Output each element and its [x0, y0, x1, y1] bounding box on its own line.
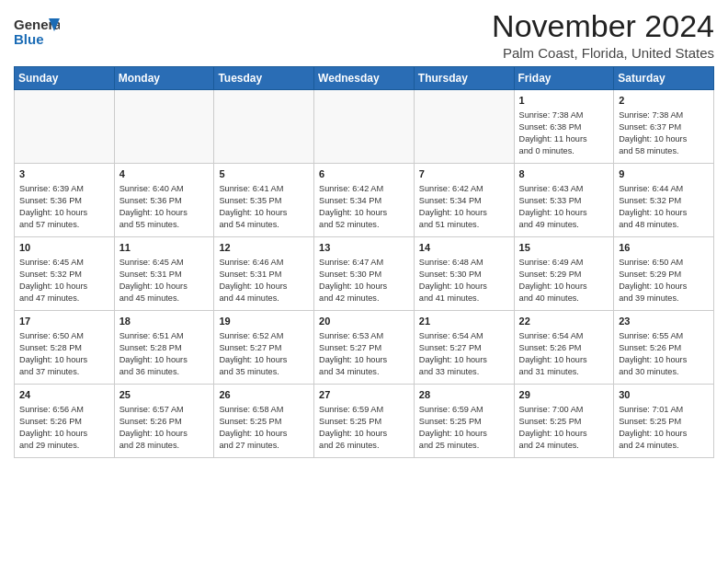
day-number: 24 — [19, 388, 109, 402]
day-info: Sunrise: 6:41 AM Sunset: 5:35 PM Dayligh… — [219, 183, 309, 231]
calendar-cell: 16Sunrise: 6:50 AM Sunset: 5:29 PM Dayli… — [614, 237, 714, 311]
day-number: 18 — [119, 315, 210, 328]
weekday-header-saturday: Saturday — [614, 67, 714, 90]
calendar-cell: 27Sunrise: 6:59 AM Sunset: 5:25 PM Dayli… — [314, 385, 415, 458]
day-info: Sunrise: 6:44 AM Sunset: 5:32 PM Dayligh… — [619, 183, 709, 231]
calendar-cell: 11Sunrise: 6:45 AM Sunset: 5:31 PM Dayli… — [114, 237, 214, 311]
day-number: 6 — [319, 167, 409, 181]
day-number: 3 — [19, 167, 109, 181]
calendar-cell: 23Sunrise: 6:55 AM Sunset: 5:26 PM Dayli… — [614, 311, 714, 385]
calendar-cell — [15, 90, 115, 164]
calendar-week-1: 3Sunrise: 6:39 AM Sunset: 5:36 PM Daylig… — [15, 164, 714, 237]
day-info: Sunrise: 6:55 AM Sunset: 5:26 PM Dayligh… — [619, 330, 709, 378]
day-number: 26 — [219, 388, 309, 402]
day-number: 4 — [119, 167, 210, 181]
day-number: 7 — [419, 167, 509, 181]
svg-text:Blue: Blue — [14, 31, 44, 47]
calendar-cell: 1Sunrise: 7:38 AM Sunset: 6:38 PM Daylig… — [514, 90, 614, 164]
day-number: 14 — [419, 241, 509, 255]
day-info: Sunrise: 6:57 AM Sunset: 5:26 PM Dayligh… — [119, 404, 210, 452]
day-info: Sunrise: 6:59 AM Sunset: 5:25 PM Dayligh… — [419, 404, 509, 452]
weekday-header-thursday: Thursday — [414, 67, 514, 90]
day-info: Sunrise: 6:42 AM Sunset: 5:34 PM Dayligh… — [419, 183, 509, 231]
calendar-cell: 25Sunrise: 6:57 AM Sunset: 5:26 PM Dayli… — [114, 385, 214, 458]
day-info: Sunrise: 6:50 AM Sunset: 5:28 PM Dayligh… — [19, 330, 109, 378]
calendar-cell: 24Sunrise: 6:56 AM Sunset: 5:26 PM Dayli… — [15, 385, 115, 458]
day-number: 15 — [519, 241, 609, 255]
day-number: 11 — [119, 241, 210, 255]
day-info: Sunrise: 6:45 AM Sunset: 5:32 PM Dayligh… — [19, 257, 109, 304]
day-info: Sunrise: 6:45 AM Sunset: 5:31 PM Dayligh… — [119, 257, 210, 304]
day-number: 9 — [619, 167, 709, 181]
weekday-header-tuesday: Tuesday — [214, 67, 314, 90]
day-info: Sunrise: 6:47 AM Sunset: 5:30 PM Dayligh… — [319, 257, 409, 304]
calendar-cell — [414, 90, 514, 164]
header: General Blue November 2024 Palm Coast, F… — [14, 9, 714, 61]
day-info: Sunrise: 6:59 AM Sunset: 5:25 PM Dayligh… — [319, 404, 409, 452]
day-number: 8 — [519, 167, 609, 181]
day-number: 19 — [219, 315, 309, 328]
day-info: Sunrise: 7:38 AM Sunset: 6:38 PM Dayligh… — [519, 109, 609, 157]
day-number: 2 — [619, 94, 709, 108]
day-number: 13 — [319, 241, 409, 255]
day-info: Sunrise: 6:48 AM Sunset: 5:30 PM Dayligh… — [419, 257, 509, 304]
day-number: 10 — [19, 241, 109, 255]
day-number: 29 — [519, 388, 609, 402]
day-info: Sunrise: 6:50 AM Sunset: 5:29 PM Dayligh… — [619, 257, 709, 304]
day-info: Sunrise: 6:42 AM Sunset: 5:34 PM Dayligh… — [319, 183, 409, 231]
calendar-cell: 6Sunrise: 6:42 AM Sunset: 5:34 PM Daylig… — [314, 164, 415, 237]
day-number: 23 — [619, 315, 709, 328]
day-info: Sunrise: 6:43 AM Sunset: 5:33 PM Dayligh… — [519, 183, 609, 231]
calendar-cell: 30Sunrise: 7:01 AM Sunset: 5:25 PM Dayli… — [614, 385, 714, 458]
calendar-cell: 18Sunrise: 6:51 AM Sunset: 5:28 PM Dayli… — [114, 311, 214, 385]
calendar-cell: 21Sunrise: 6:54 AM Sunset: 5:27 PM Dayli… — [414, 311, 514, 385]
day-info: Sunrise: 6:53 AM Sunset: 5:27 PM Dayligh… — [319, 330, 409, 378]
calendar-cell: 3Sunrise: 6:39 AM Sunset: 5:36 PM Daylig… — [15, 164, 115, 237]
calendar-cell: 4Sunrise: 6:40 AM Sunset: 5:36 PM Daylig… — [114, 164, 214, 237]
day-info: Sunrise: 6:54 AM Sunset: 5:27 PM Dayligh… — [419, 330, 509, 378]
calendar-cell — [214, 90, 314, 164]
day-info: Sunrise: 6:58 AM Sunset: 5:25 PM Dayligh… — [219, 404, 309, 452]
day-number: 28 — [419, 388, 509, 402]
day-info: Sunrise: 6:40 AM Sunset: 5:36 PM Dayligh… — [119, 183, 210, 231]
calendar-cell: 29Sunrise: 7:00 AM Sunset: 5:25 PM Dayli… — [514, 385, 614, 458]
logo-icon: General Blue — [14, 13, 60, 52]
weekday-header-monday: Monday — [114, 67, 214, 90]
calendar-cell: 8Sunrise: 6:43 AM Sunset: 5:33 PM Daylig… — [514, 164, 614, 237]
calendar-week-0: 1Sunrise: 7:38 AM Sunset: 6:38 PM Daylig… — [15, 90, 714, 164]
sub-title: Palm Coast, Florida, United States — [492, 45, 714, 61]
day-number: 30 — [619, 388, 709, 402]
day-info: Sunrise: 6:51 AM Sunset: 5:28 PM Dayligh… — [119, 330, 210, 378]
day-info: Sunrise: 6:39 AM Sunset: 5:36 PM Dayligh… — [19, 183, 109, 231]
day-number: 16 — [619, 241, 709, 255]
calendar-cell: 9Sunrise: 6:44 AM Sunset: 5:32 PM Daylig… — [614, 164, 714, 237]
calendar-cell: 20Sunrise: 6:53 AM Sunset: 5:27 PM Dayli… — [314, 311, 415, 385]
calendar-cell: 17Sunrise: 6:50 AM Sunset: 5:28 PM Dayli… — [15, 311, 115, 385]
calendar-cell: 13Sunrise: 6:47 AM Sunset: 5:30 PM Dayli… — [314, 237, 415, 311]
day-info: Sunrise: 7:00 AM Sunset: 5:25 PM Dayligh… — [519, 404, 609, 452]
day-number: 27 — [319, 388, 409, 402]
day-info: Sunrise: 6:49 AM Sunset: 5:29 PM Dayligh… — [519, 257, 609, 304]
calendar-cell: 19Sunrise: 6:52 AM Sunset: 5:27 PM Dayli… — [214, 311, 314, 385]
calendar-table: SundayMondayTuesdayWednesdayThursdayFrid… — [14, 66, 714, 458]
page: General Blue November 2024 Palm Coast, F… — [0, 0, 728, 467]
day-number: 22 — [519, 315, 609, 328]
calendar-cell — [114, 90, 214, 164]
day-info: Sunrise: 6:52 AM Sunset: 5:27 PM Dayligh… — [219, 330, 309, 378]
day-number: 17 — [19, 315, 109, 328]
logo: General Blue — [14, 13, 60, 55]
day-info: Sunrise: 7:38 AM Sunset: 6:37 PM Dayligh… — [619, 109, 709, 157]
day-info: Sunrise: 6:46 AM Sunset: 5:31 PM Dayligh… — [219, 257, 309, 304]
calendar-week-4: 24Sunrise: 6:56 AM Sunset: 5:26 PM Dayli… — [15, 385, 714, 458]
day-number: 5 — [219, 167, 309, 181]
calendar-cell: 2Sunrise: 7:38 AM Sunset: 6:37 PM Daylig… — [614, 90, 714, 164]
calendar-week-3: 17Sunrise: 6:50 AM Sunset: 5:28 PM Dayli… — [15, 311, 714, 385]
calendar-week-2: 10Sunrise: 6:45 AM Sunset: 5:32 PM Dayli… — [15, 237, 714, 311]
day-info: Sunrise: 6:56 AM Sunset: 5:26 PM Dayligh… — [19, 404, 109, 452]
calendar-header-row: SundayMondayTuesdayWednesdayThursdayFrid… — [15, 67, 714, 90]
day-number: 25 — [119, 388, 210, 402]
day-number: 1 — [519, 94, 609, 108]
calendar-cell: 22Sunrise: 6:54 AM Sunset: 5:26 PM Dayli… — [514, 311, 614, 385]
calendar-cell: 12Sunrise: 6:46 AM Sunset: 5:31 PM Dayli… — [214, 237, 314, 311]
calendar-cell — [314, 90, 415, 164]
